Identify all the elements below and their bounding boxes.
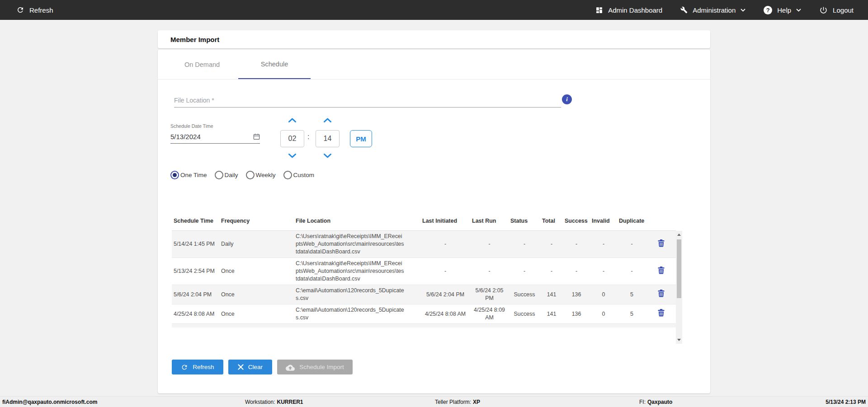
cell-last-run: - [470,266,509,277]
cell-schedule-time: 4/25/24 8:08 AM [172,309,219,320]
radio-circle [283,171,292,179]
cell-invalid: - [590,266,617,277]
cell-file-location: C:\Users\ratnak\git\eReceipts\IMM_ERecei… [294,258,420,285]
admin-dashboard-label: Admin Dashboard [608,6,662,14]
table-scrollbar[interactable] [676,231,682,344]
hour-input[interactable] [280,130,304,147]
fi-value: Qaxpauto [647,399,672,405]
logout-label: Logout [833,6,854,14]
refresh-label: Refresh [193,364,214,370]
cell-frequency: Daily [219,239,294,250]
delete-row-button[interactable] [658,267,665,274]
cell-last-initiated: - [420,266,470,277]
schedule-import-button[interactable]: Schedule Import [277,360,353,374]
radio-circle [215,171,223,179]
cell-frequency: Once [219,266,294,277]
hour-up-button[interactable] [280,117,304,124]
refresh-button[interactable]: Refresh [172,360,223,374]
teller-platform-value: XP [473,399,480,405]
schedule-date-input[interactable]: 5/13/2024 [170,130,260,144]
fi-info: FI: Qaxpauto [639,397,672,407]
administration-menu[interactable]: Administration [680,6,745,14]
cell-last-initiated: 5/6/24 2:04 PM [420,289,470,300]
header-last-initiated: Last Initiated [420,218,470,224]
cell-duplicate: 5 [617,309,646,320]
radio-label: Daily [225,172,238,178]
cell-file-location: C:\email\Automation\120records_5Dupicate… [294,304,420,323]
info-icon[interactable]: i [562,94,572,104]
scroll-up-arrow[interactable] [677,234,681,236]
chevron-down-icon [741,9,745,12]
help-menu[interactable]: ? Help [764,6,801,14]
wrench-icon [680,6,688,14]
meridiem-toggle[interactable]: PM [350,130,372,147]
tab-schedule[interactable]: Schedule [238,50,311,79]
header-invalid: Invalid [590,218,617,224]
logout-button[interactable]: Logout [819,6,854,14]
cell-success: - [563,239,590,250]
radio-weekly[interactable]: Weekly [246,171,276,179]
power-icon [819,6,828,14]
header-status: Status [509,218,540,224]
header-last-run: Last Run [470,218,509,224]
clear-button[interactable]: Clear [228,360,272,374]
delete-row-button[interactable] [658,309,665,317]
admin-dashboard-button[interactable]: Admin Dashboard [595,6,662,14]
radio-daily[interactable]: Daily [215,171,238,179]
tab-bar: On Demand Schedule [158,50,710,80]
cell-invalid: 0 [590,289,617,300]
status-bar: fiAdmin@qaxpauto.onmicrosoft.com Worksta… [0,396,868,407]
cell-invalid: 0 [590,309,617,320]
table-row: 5/13/24 2:54 PM Once C:\Users\ratnak\git… [172,258,676,285]
minute-down-button[interactable] [316,152,340,159]
minute-input[interactable] [316,130,340,147]
radio-custom[interactable]: Custom [283,171,315,179]
workstation-value: KURRER1 [277,399,303,405]
cell-last-run: 4/25/24 8:09 AM [470,304,509,323]
table-header: Schedule Time Frequency File Location La… [172,211,676,231]
cell-schedule-time: 5/13/24 2:54 PM [172,266,219,277]
schedule-import-label: Schedule Import [299,364,344,370]
close-icon [238,364,244,370]
topbar-nav: Admin Dashboard Administration ? Help Lo… [595,6,854,14]
minute-up-button[interactable] [316,117,340,124]
hour-down-button[interactable] [280,152,304,159]
cell-total: 141 [540,289,563,300]
cell-duplicate: - [617,266,646,277]
radio-one-time[interactable]: One Time [170,171,207,179]
file-location-input[interactable] [174,89,561,108]
help-label: Help [777,6,791,14]
topbar-refresh-button[interactable]: Refresh [16,6,53,14]
cell-frequency: Once [219,289,294,300]
cell-last-initiated: 4/25/24 8:08 AM [420,309,470,320]
header-duplicate: Duplicate [617,218,646,224]
radio-label: Custom [293,172,315,178]
dashboard-icon [595,6,603,14]
clear-label: Clear [248,364,263,370]
cloud-upload-icon [286,363,295,371]
cell-schedule-time: 5/6/24 2:04 PM [172,289,219,300]
scrollbar-thumb[interactable] [677,239,681,298]
cell-status: Success [509,309,540,320]
cell-status: Success [509,289,540,300]
status-datetime: 5/13/24 2:13 PM [826,397,866,407]
cell-file-location: C:\email\Automation\120records_5Dupicate… [294,285,420,304]
tab-on-demand[interactable]: On Demand [166,50,238,79]
delete-row-button[interactable] [658,239,665,247]
cell-success: - [563,266,590,277]
scroll-down-arrow[interactable] [677,339,681,341]
table-row: 5/6/24 2:04 PM Once C:\email\Automation\… [172,285,676,304]
chevron-down-icon [796,9,801,12]
table-body: 5/14/24 1:45 PM Daily C:\Users\ratnak\gi… [172,231,676,344]
delete-row-button[interactable] [658,290,665,297]
refresh-icon [16,6,24,14]
header-file-location: File Location [294,218,420,224]
refresh-icon [181,364,188,371]
cell-schedule-time: 5/14/24 1:45 PM [172,239,219,250]
teller-platform-info: Teller Platform: XP [435,397,480,407]
member-import-card: On Demand Schedule i Schedule Date Time … [158,50,710,393]
cell-frequency: Once [219,309,294,320]
workstation-info: Workstation: KURRER1 [245,397,303,407]
table-row: 5/14/24 1:45 PM Daily C:\Users\ratnak\gi… [172,231,676,258]
calendar-icon[interactable] [253,133,260,140]
